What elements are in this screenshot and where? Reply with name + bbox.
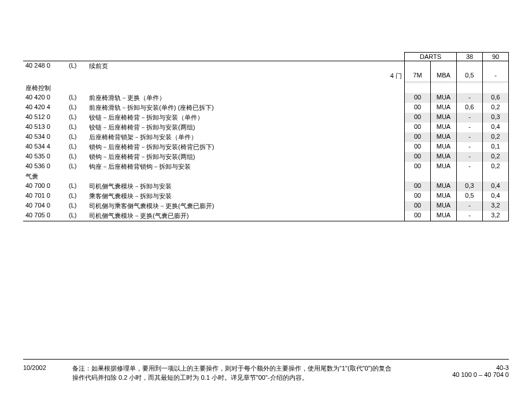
col-header-38: 38 [457, 53, 483, 61]
table-row: 40 420 4(L)前座椅滑轨－拆卸与安装(单件) (座椅已拆下)00MUA0… [23, 103, 509, 113]
table-row: 40 536 0(L)钩座－后座椅椅背锁钩－拆卸与安装00MUA-0,2 [23, 162, 509, 172]
table-row: 40 512 0(L)铰链－后座椅椅背－拆卸与安装（单件）00MUA-0,3 [23, 113, 509, 123]
footer-note: 备注：如果根据修理单，要用到一项以上的主要操作，则对于每个额外的主要操作，使用尾… [66, 364, 434, 382]
table-header-row: DARTS 38 90 [23, 53, 509, 61]
page-footer: 10/2002 备注：如果根据修理单，要用到一项以上的主要操作，则对于每个额外的… [23, 359, 509, 382]
table-row: 40 420 0(L)前座椅滑轨－更换（单件）00MUA-0,6 [23, 93, 509, 103]
table-row: 40 701 0(L)乘客侧气囊模块－拆卸与安装00MUA0,50,4 [23, 191, 509, 201]
table-row: 40 248 0(L)续前页 [23, 61, 509, 72]
footer-date: 10/2002 [23, 364, 66, 382]
footer-page-info: 40-3 40 100 0 – 40 704 0 [434, 364, 509, 382]
footer-range: 40 100 0 – 40 704 0 [452, 371, 509, 378]
table-row: 40 534 4(L)锁钩－后座椅椅背－拆卸与安装(椅背已拆下)00MUA-0,… [23, 142, 509, 152]
table-row: 40 535 0(L)锁钩－后座椅椅背－拆卸与安装(两组)00MUA-0,2 [23, 152, 509, 162]
col-header-90: 90 [483, 53, 509, 61]
table-row: 40 513 0(L)铰链－后座椅椅背－拆卸与安装(两组)00MUA-0,4 [23, 123, 509, 132]
table-row: 40 534 0(L)后座椅椅背锁架－拆卸与安装（单件）00MUA-0,2 [23, 132, 509, 142]
table-row: 4 门7MMBA0,5- [23, 71, 509, 81]
table-row: 40 704 0(L)司机侧与乘客侧气囊模块－更换(气囊已膨开)00MUA-3,… [23, 201, 509, 211]
footer-note-line2: 操作代码并扣除 0.2 小时，而其最短的工时为 0.1 小时。详见章节"00"-… [72, 374, 308, 381]
footer-page-no: 40-3 [496, 364, 509, 371]
table-row: 40 705 0(L)司机侧气囊模块－更换(气囊已膨开)00MUA-3,2 [23, 211, 509, 221]
section-header: 气囊 [23, 172, 509, 182]
footer-note-line1: 如果根据修理单，要用到一项以上的主要操作，则对于每个额外的主要操作，使用尾数为"… [91, 365, 391, 372]
footer-note-prefix: 备注： [72, 365, 91, 372]
labor-table: DARTS 38 90 40 248 0(L)续前页4 门7MMBA0,5-座椅… [23, 52, 509, 221]
section-header: 座椅控制 [23, 83, 509, 93]
col-header-darts: DARTS [405, 53, 457, 61]
table-row: 40 700 0(L)司机侧气囊模块－拆卸与安装00MUA0,30,4 [23, 182, 509, 191]
